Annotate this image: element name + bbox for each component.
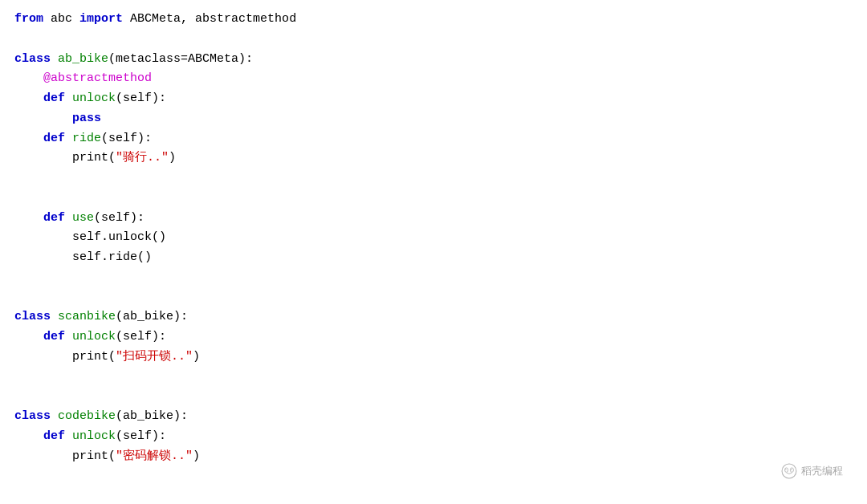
code-line-5: def unlock(self): — [14, 89, 853, 109]
code-line-20 — [14, 387, 853, 407]
code-line-6: pass — [14, 109, 853, 129]
code-line-3: class ab_bike(metaclass=ABCMeta): — [14, 50, 853, 70]
svg-point-1 — [785, 468, 788, 473]
code-line-16: class scanbike(ab_bike): — [14, 307, 853, 327]
code-line-2 — [14, 30, 853, 50]
code-line-24 — [14, 466, 853, 486]
svg-point-3 — [785, 469, 786, 469]
code-line-8: print("骑行..") — [14, 148, 853, 169]
code-line-22: def unlock(self): — [14, 427, 853, 447]
code-line-17: def unlock(self): — [14, 327, 853, 348]
code-container: from abc import ABCMeta, abstractmethod … — [0, 0, 867, 504]
code-line-19 — [14, 368, 853, 388]
svg-point-0 — [782, 464, 796, 478]
code-line-4: @abstractmethod — [14, 69, 853, 89]
svg-point-2 — [790, 468, 793, 473]
code-line-18: print("扫码开锁..") — [14, 348, 853, 368]
code-line-13: self.ride() — [14, 248, 853, 268]
code-line-14 — [14, 268, 853, 288]
code-line-7: def ride(self): — [14, 129, 853, 149]
watermark-text: 稻壳编程 — [801, 463, 843, 480]
code-line-23: print("密码解锁..") — [14, 447, 853, 467]
code-line-10 — [14, 189, 853, 209]
code-line-25 — [14, 486, 853, 504]
code-line-15 — [14, 288, 853, 308]
code-line-11: def use(self): — [14, 209, 853, 229]
code-line-21: class codebike(ab_bike): — [14, 407, 853, 427]
watermark-icon — [780, 462, 798, 480]
code-line-1: from abc import ABCMeta, abstractmethod — [14, 10, 853, 30]
code-line-9 — [14, 169, 853, 189]
watermark: 稻壳编程 — [780, 462, 843, 480]
code-line-12: self.unlock() — [14, 228, 853, 248]
svg-point-4 — [791, 469, 792, 469]
